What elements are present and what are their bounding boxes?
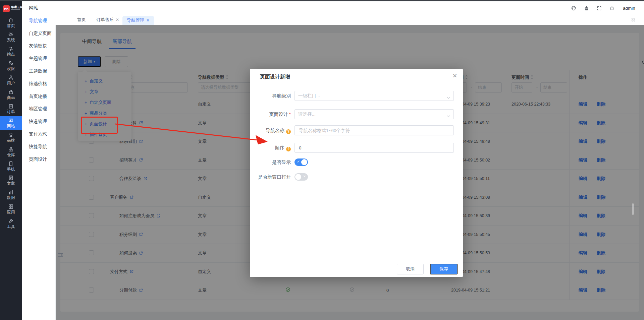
sidebar-item-gear[interactable]: 系统 xyxy=(0,30,22,44)
sidebar-item-phone[interactable]: 手机 xyxy=(0,159,22,173)
submenu-item-10[interactable]: 快捷导航 xyxy=(29,143,47,151)
sidebar-item-warehouse[interactable]: 仓库 xyxy=(0,144,22,158)
new-window-toggle[interactable]: ✕ xyxy=(294,173,308,181)
order-input[interactable] xyxy=(298,145,450,151)
save-button[interactable]: 保存 xyxy=(430,264,458,274)
article-icon xyxy=(8,175,14,181)
tools-icon xyxy=(8,218,14,224)
order-input-wrap xyxy=(294,143,454,153)
sidebar-item-order[interactable]: 订单 xyxy=(0,102,22,116)
chevron-down-icon xyxy=(447,95,450,97)
sidebar-item-article[interactable]: 文章 xyxy=(0,173,22,187)
submenu-item-7[interactable]: 地区管理 xyxy=(29,105,47,113)
user-icon xyxy=(8,75,14,80)
field-label-new-window: 是否新窗口打开 xyxy=(250,174,291,180)
app-logo[interactable]: HR 华睿云科 xyxy=(0,4,22,15)
submenu-item-5[interactable]: 筛选价格 xyxy=(29,80,47,88)
brand-subtext xyxy=(11,9,20,10)
page-tab-2[interactable]: 导航管理✕ xyxy=(122,16,154,25)
sidebar-item-label: 应用 xyxy=(7,210,15,214)
cancel-button[interactable]: 取消 xyxy=(397,264,424,274)
page-tab-label: 订单售后 xyxy=(96,17,114,23)
required-asterisk: * xyxy=(289,112,291,117)
sidebar-collapse-icon[interactable] xyxy=(57,251,64,259)
page-design-select[interactable]: 请选择... xyxy=(294,109,454,119)
annotation-arrow xyxy=(113,119,274,148)
submenu-item-6[interactable]: 首页轮播 xyxy=(29,92,47,101)
sidebar-item-apps[interactable]: 应用 xyxy=(0,202,22,216)
sidebar-item-web[interactable]: 网站 xyxy=(0,116,22,130)
help-icon[interactable]: ? xyxy=(286,147,291,151)
sidebar-item-label: 网站 xyxy=(7,124,15,128)
check-icon: ✓ xyxy=(297,159,300,164)
user-menu[interactable]: admin xyxy=(623,6,635,11)
page-tab-0[interactable]: 首页 xyxy=(77,15,86,25)
tab-list-icon[interactable] xyxy=(631,17,636,22)
goods-icon xyxy=(8,89,14,95)
help-icon[interactable]: ? xyxy=(286,129,291,134)
page-design-add-dialog: 页面设计新增 ✕ 导航级别 一级栏目... 页面设计* 请选择... 导航名称?… xyxy=(250,69,463,277)
sidebar-item-label: 商品 xyxy=(7,95,15,100)
logo-icon: HR xyxy=(3,5,10,12)
sub-sidebar: 网站 导航管理自定义页面友情链接主题管理主题数据筛选价格首页轮播地区管理快递管理… xyxy=(22,1,56,320)
sidebar-item-site[interactable]: 站点 xyxy=(0,44,22,58)
submenu-item-11[interactable]: 页面设计 xyxy=(29,155,47,164)
annotation-highlight-box xyxy=(81,117,118,134)
site-icon xyxy=(8,46,14,52)
brand-icon xyxy=(8,132,14,138)
sidebar-item-goods[interactable]: 商品 xyxy=(0,87,22,101)
submenu-item-4[interactable]: 主题数据 xyxy=(29,67,47,75)
sidebar-item-perm[interactable]: 权限 xyxy=(0,58,22,72)
data-icon xyxy=(8,189,14,195)
warehouse-icon xyxy=(8,146,14,152)
submenu-item-9[interactable]: 支付方式 xyxy=(29,130,47,138)
toggle-knob xyxy=(301,159,307,165)
submenu-item-3[interactable]: 主题管理 xyxy=(29,55,47,63)
field-label-nav-level: 导航级别 xyxy=(250,93,291,99)
sidebar-item-home[interactable]: 首页 xyxy=(0,15,22,29)
vertical-scrollbar[interactable] xyxy=(632,203,634,215)
home-icon[interactable] xyxy=(609,5,615,11)
sidebar-item-label: 工具 xyxy=(7,225,15,229)
dialog-title: 页面设计新增 xyxy=(260,74,290,80)
toggle-knob xyxy=(295,174,301,180)
sub-sidebar-title: 网站 xyxy=(29,5,39,11)
fullscreen-icon[interactable] xyxy=(596,5,602,11)
home-icon xyxy=(8,17,14,23)
sidebar-item-brand[interactable]: 品牌 xyxy=(0,130,22,144)
window-top-strip xyxy=(0,0,644,1)
sidebar-item-label: 权限 xyxy=(7,67,15,71)
page-tab-label: 导航管理 xyxy=(127,17,144,23)
page-tab-1[interactable]: 订单售后✕ xyxy=(96,15,119,25)
sidebar-item-label: 系统 xyxy=(7,38,15,42)
theme-palette-icon[interactable] xyxy=(571,5,577,11)
sidebar-item-data[interactable]: 数据 xyxy=(0,188,22,202)
sidebar-item-tools[interactable]: 工具 xyxy=(0,216,22,230)
sidebar-item-label: 文章 xyxy=(7,181,15,185)
gear-icon xyxy=(8,31,14,37)
sidebar-item-label: 用户 xyxy=(7,81,15,85)
visible-toggle[interactable]: ✓ xyxy=(294,158,308,166)
phone-icon xyxy=(8,161,14,167)
submenu-item-1[interactable]: 自定义页面 xyxy=(29,29,52,38)
close-icon[interactable]: ✕ xyxy=(146,18,150,23)
topbar: admin xyxy=(55,1,644,15)
field-label-visible: 是否显示 xyxy=(250,159,291,166)
clear-cache-icon[interactable] xyxy=(584,5,589,11)
field-label-page-design: 页面设计* xyxy=(250,112,291,118)
main-sidebar: HR 华睿云科 首页系统站点权限用户商品订单网站品牌仓库手机文章数据应用工具 xyxy=(0,0,22,320)
submenu-item-8[interactable]: 快递管理 xyxy=(29,118,47,126)
sidebar-item-user[interactable]: 用户 xyxy=(0,73,22,87)
apps-icon xyxy=(8,204,14,209)
nav-level-select[interactable]: 一级栏目... xyxy=(294,91,454,101)
close-icon[interactable]: ✕ xyxy=(116,17,119,22)
close-icon[interactable]: ✕ xyxy=(451,72,459,80)
submenu-item-0[interactable]: 导航管理 xyxy=(29,17,47,25)
divider xyxy=(250,85,463,85)
submenu-item-2[interactable]: 友情链接 xyxy=(29,42,47,50)
sidebar-item-label: 数据 xyxy=(7,196,15,200)
sidebar-item-label: 仓库 xyxy=(7,153,15,157)
brand-name: 华睿云科 xyxy=(11,5,23,9)
perm-icon xyxy=(8,60,14,66)
nav-name-input[interactable] xyxy=(298,128,450,133)
